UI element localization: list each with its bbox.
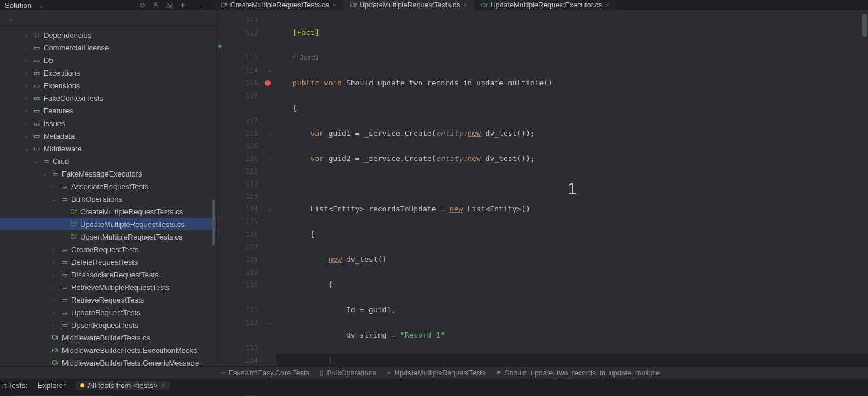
tree-item[interactable]: ›▭UpsertRequestTests bbox=[0, 319, 216, 331]
line-number[interactable]: 112 bbox=[217, 26, 263, 39]
line-number[interactable]: 113 bbox=[217, 52, 263, 64]
fold-icon[interactable]: ⌄ bbox=[267, 320, 272, 326]
line-number[interactable]: 119 bbox=[217, 140, 263, 152]
fold-icon[interactable]: ⌄ bbox=[267, 68, 272, 73]
tree-item[interactable]: ⌄▭FakeMessageExecutors bbox=[0, 167, 216, 180]
sync-icon[interactable]: ⟳ bbox=[140, 1, 146, 10]
line-number[interactable]: 128 bbox=[217, 253, 263, 266]
chevron-icon[interactable]: › bbox=[23, 57, 30, 64]
tree-item[interactable]: C#MiddlewareBuilderTests.GenericMessage bbox=[0, 356, 216, 366]
chevron-icon[interactable]: › bbox=[50, 183, 57, 190]
tree-item[interactable]: ⌄▭Crud bbox=[0, 155, 216, 167]
line-number[interactable]: 127 bbox=[217, 241, 263, 253]
line-number[interactable] bbox=[217, 102, 263, 115]
chevron-icon[interactable]: › bbox=[50, 259, 57, 265]
line-number[interactable]: 117 bbox=[217, 115, 263, 127]
line-number[interactable]: 123 bbox=[217, 190, 263, 203]
chevron-icon[interactable]: › bbox=[50, 322, 57, 328]
explorer-tab[interactable]: Explorer bbox=[33, 381, 70, 390]
chevron-icon[interactable]: ⌄ bbox=[41, 171, 48, 177]
settings-icon[interactable]: ✶ bbox=[179, 1, 186, 10]
code-editor[interactable]: [Fact] ≜ Jordi public void Should_update… bbox=[276, 10, 868, 366]
line-number[interactable]: 126 bbox=[217, 228, 263, 241]
chevron-icon[interactable]: › bbox=[50, 309, 57, 316]
line-number[interactable]: 118 bbox=[217, 127, 263, 140]
tree-item[interactable]: C#MiddlewareBuilderTests.cs bbox=[0, 331, 216, 344]
tree-item[interactable]: C#CreateMultipleRequestTests.cs bbox=[0, 205, 216, 218]
fold-icon[interactable]: ⌄ bbox=[267, 156, 272, 162]
close-icon[interactable]: × bbox=[605, 2, 609, 9]
line-number[interactable] bbox=[217, 329, 263, 342]
breadcrumb[interactable]: ▭FakeXrmEasy.Core.Tests{}BulkOperations✦… bbox=[0, 366, 868, 379]
tree-item[interactable]: C#UpdateMultipleRequestTests.cs bbox=[0, 218, 216, 230]
solution-tree[interactable]: ›⌸Dependencies›▭CommercialLicense›▭Db›▭E… bbox=[0, 26, 216, 366]
fold-icon[interactable]: ⌄ bbox=[267, 257, 272, 262]
tree-item[interactable]: ⌄▭Middleware bbox=[0, 142, 216, 155]
tree-item[interactable]: ›▭RetrieveMultipleRequestTests bbox=[0, 281, 216, 293]
chevron-icon[interactable]: › bbox=[50, 284, 57, 291]
tree-item[interactable]: ⌄▭BulkOperations bbox=[0, 193, 216, 205]
chevron-icon[interactable]: › bbox=[23, 45, 30, 51]
test-session-tab[interactable]: All tests from <tests> × bbox=[76, 381, 170, 390]
close-icon[interactable]: × bbox=[463, 2, 467, 9]
tree-item[interactable]: ›▭DisassociateRequestTests bbox=[0, 268, 216, 281]
line-number[interactable]: 111 bbox=[217, 14, 263, 26]
tree-item[interactable]: ›⌸Dependencies bbox=[0, 29, 216, 41]
chevron-icon[interactable]: ⌄ bbox=[23, 146, 30, 152]
line-number[interactable]: 125 bbox=[217, 215, 263, 228]
chevron-icon[interactable]: › bbox=[50, 246, 57, 253]
chevron-icon[interactable]: › bbox=[23, 32, 30, 38]
run-test-icon[interactable]: ▶ bbox=[219, 42, 222, 49]
chevron-icon[interactable]: › bbox=[50, 272, 57, 278]
close-icon[interactable]: × bbox=[333, 2, 336, 9]
chevron-icon[interactable]: ⌄ bbox=[32, 158, 39, 164]
chevron-icon[interactable]: › bbox=[23, 83, 30, 89]
line-number[interactable]: 132 bbox=[217, 316, 263, 329]
line-number[interactable]: 134 bbox=[217, 354, 263, 367]
breadcrumb-item[interactable]: ✦UpdateMultipleRequestTests bbox=[386, 369, 486, 377]
tree-item[interactable]: ›▭FakeContextTests bbox=[0, 92, 216, 104]
line-number[interactable]: 121 bbox=[217, 165, 263, 178]
line-number[interactable]: 136 bbox=[217, 392, 263, 396]
chevron-icon[interactable]: › bbox=[23, 108, 30, 114]
line-number[interactable]: 129 bbox=[217, 266, 263, 279]
chevron-icon[interactable]: › bbox=[50, 297, 57, 303]
sidebar-search[interactable]: ⌕ bbox=[0, 10, 216, 26]
breadcrumb-item[interactable]: {}BulkOperations bbox=[320, 369, 376, 377]
tree-item[interactable]: ›▭Exceptions bbox=[0, 66, 216, 79]
editor-tab[interactable]: C#CreateMultipleRequestTests.cs× bbox=[214, 0, 343, 10]
chevron-icon[interactable]: ⌄ bbox=[50, 196, 57, 202]
line-number[interactable] bbox=[217, 379, 263, 392]
breadcrumb-item[interactable]: ⚑Should_update_two_records_in_update_mul… bbox=[496, 369, 660, 377]
line-number[interactable] bbox=[217, 291, 263, 304]
tree-item[interactable]: ›▭Extensions bbox=[0, 79, 216, 92]
line-number[interactable]: 124 bbox=[217, 203, 263, 215]
tree-item[interactable]: ›▭Features bbox=[0, 104, 216, 117]
chevron-icon[interactable]: › bbox=[23, 133, 30, 139]
tree-item[interactable]: C#MiddlewareBuilderTests.ExecutionMocks. bbox=[0, 344, 216, 356]
fold-icon[interactable]: ⌄ bbox=[267, 131, 272, 136]
line-number[interactable]: 131 bbox=[217, 304, 263, 316]
line-number[interactable]: 130 bbox=[217, 279, 263, 291]
tree-item[interactable]: ›▭CommercialLicense bbox=[0, 41, 216, 54]
line-number[interactable]: 135 bbox=[217, 367, 263, 379]
editor-tab[interactable]: C#UpdateMultipleRequestExecutor.cs× bbox=[474, 0, 616, 10]
line-number[interactable]: 115 bbox=[217, 77, 263, 89]
breakpoint-icon[interactable] bbox=[265, 80, 271, 86]
tree-item[interactable]: ›▭Metadata bbox=[0, 130, 216, 142]
editor-tab[interactable]: C#UpdateMultipleRequestTests.cs× bbox=[343, 0, 474, 10]
close-icon[interactable]: × bbox=[161, 381, 166, 390]
minimize-icon[interactable]: — bbox=[193, 1, 200, 10]
line-number[interactable]: ▶ bbox=[217, 39, 263, 52]
chevron-icon[interactable]: › bbox=[23, 120, 30, 127]
line-number[interactable]: 116 bbox=[217, 89, 263, 102]
tree-item[interactable]: ›▭UpdateRequestTests bbox=[0, 306, 216, 319]
tree-item[interactable]: ›▭AssociateRequestTests bbox=[0, 180, 216, 193]
tree-item[interactable]: ›▭RetrieveRequestTests bbox=[0, 293, 216, 306]
editor-scrollbar[interactable] bbox=[862, 14, 867, 37]
chevron-icon[interactable]: › bbox=[23, 95, 30, 101]
sidebar-scrollbar[interactable] bbox=[212, 199, 215, 245]
tree-item[interactable]: ›▭Issues bbox=[0, 117, 216, 130]
collapse-icon[interactable]: ⇱ bbox=[153, 1, 159, 10]
line-number[interactable]: 120 bbox=[217, 152, 263, 165]
